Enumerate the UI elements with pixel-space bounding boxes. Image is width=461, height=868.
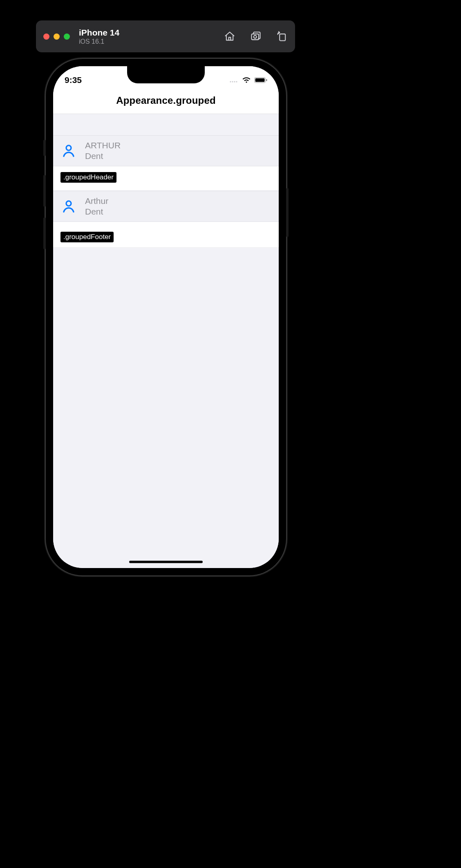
cellular-icon — [230, 78, 239, 83]
grouped-footer-annotation: .groupedFooter — [60, 232, 114, 242]
list-item-text: Arthur Dent — [85, 196, 108, 217]
simulator-device-label: iPhone 14 — [79, 27, 119, 38]
svg-rect-0 — [252, 34, 259, 40]
list-item-title: Arthur — [85, 196, 108, 206]
status-right-icons — [230, 77, 267, 83]
svg-rect-9 — [266, 79, 267, 81]
simulator-os-label: iOS 16.1 — [79, 38, 119, 45]
zoom-window-button[interactable] — [64, 34, 70, 40]
svg-point-3 — [230, 81, 231, 82]
mute-switch — [43, 140, 46, 156]
rotate-icon[interactable] — [276, 31, 288, 42]
svg-point-4 — [232, 81, 233, 82]
svg-rect-2 — [280, 34, 285, 40]
notch — [127, 66, 205, 83]
list-item-subtitle: Dent — [85, 207, 108, 217]
svg-point-5 — [234, 81, 235, 82]
grouped-header-annotation: .groupedHeader — [60, 172, 116, 183]
svg-point-1 — [254, 36, 257, 38]
section-header-row: .groupedHeader — [53, 166, 279, 190]
svg-point-10 — [66, 145, 71, 150]
navigation-title: Appearance.grouped — [116, 95, 216, 106]
volume-down-button — [43, 217, 46, 249]
svg-rect-8 — [255, 78, 265, 82]
list-item-title: ARTHUR — [85, 141, 121, 150]
simulator-titlebar: iPhone 14 iOS 16.1 — [36, 20, 295, 52]
home-indicator[interactable] — [129, 561, 203, 563]
window-traffic-lights — [43, 34, 70, 40]
close-window-button[interactable] — [43, 34, 49, 40]
battery-icon — [254, 77, 267, 83]
navigation-bar: Appearance.grouped — [53, 88, 279, 114]
svg-point-6 — [236, 81, 237, 82]
list-item[interactable]: Arthur Dent — [53, 191, 279, 222]
list-item-text: ARTHUR Dent — [85, 141, 121, 161]
section-footer-row: .groupedFooter — [53, 222, 279, 248]
side-button — [286, 188, 289, 237]
person-icon — [61, 199, 76, 214]
simulator-title-group: iPhone 14 iOS 16.1 — [79, 27, 119, 45]
minimize-window-button[interactable] — [54, 34, 60, 40]
device-screen: 9:35 Appearance.groupe — [53, 66, 279, 568]
screenshot-icon[interactable] — [250, 31, 262, 42]
person-icon — [61, 143, 76, 158]
tableview-content[interactable]: ARTHUR Dent .groupedHeader Arthur Dent — [53, 114, 279, 568]
home-icon[interactable] — [224, 31, 235, 42]
list-item-subtitle: Dent — [85, 151, 121, 161]
svg-point-11 — [66, 201, 71, 206]
device-frame: 9:35 Appearance.groupe — [46, 59, 286, 575]
volume-up-button — [43, 175, 46, 207]
wifi-icon — [242, 77, 251, 83]
status-time: 9:35 — [65, 75, 82, 85]
list-item[interactable]: ARTHUR Dent — [53, 135, 279, 166]
